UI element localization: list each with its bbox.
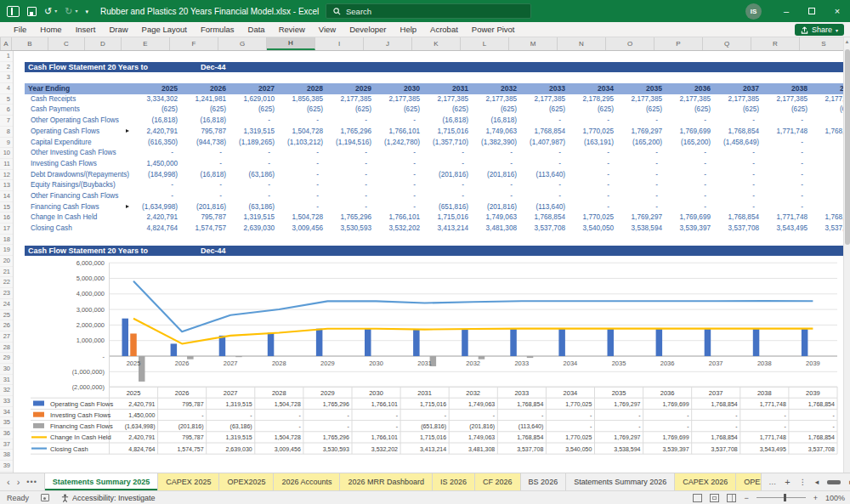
zoom-in-icon[interactable]: + [813,494,818,502]
cash-flow-chart[interactable]: 6,000,0005,000,0004,000,0003,000,0002,00… [26,257,843,473]
cell[interactable]: 3,532,202 [377,224,425,235]
cell[interactable]: - [813,170,843,181]
row-label[interactable]: Cash Receipts [25,94,134,105]
cell[interactable]: - [522,191,570,202]
cell[interactable]: 1,769,699 [667,212,716,224]
row-number-11[interactable]: 11 [0,159,13,170]
cell[interactable]: 1,765,296 [328,127,377,138]
cell[interactable]: - [619,202,667,213]
cell[interactable]: - [280,180,328,191]
cell[interactable]: - [764,202,813,213]
new-sheet-button[interactable]: + [785,477,790,487]
customize-qat-icon[interactable]: ▾ [85,8,88,14]
cell[interactable]: 1,766,101 [377,212,425,224]
undo-icon[interactable]: ↺ [44,7,52,16]
cell[interactable]: 1,450,000 [134,159,183,170]
tab-more-icon[interactable]: ••• [26,478,37,486]
row-number-32[interactable]: 32 [0,385,13,396]
redo-icon[interactable]: ↻ [65,7,72,16]
cell[interactable]: - [764,191,813,202]
cell[interactable]: - [716,148,764,159]
cell[interactable]: 2,177,385 [764,94,813,105]
tab-options-icon[interactable]: ⋮ [799,478,807,486]
cell[interactable]: (201,816) [473,170,522,181]
year-ending-label[interactable]: Year Ending [25,83,134,94]
zoom-out-icon[interactable]: − [744,494,748,502]
cell[interactable]: 3,538,594 [619,224,667,235]
cell[interactable]: (625) [377,105,425,116]
row-label[interactable]: Other Financing Cash Flows [25,191,134,202]
cell[interactable]: (16,818) [183,116,231,127]
column-header-A[interactable]: A [1,37,12,50]
cell[interactable]: 1,765,296 [328,212,377,224]
restore-button[interactable] [799,0,824,22]
cell[interactable]: - [764,116,813,127]
cell[interactable]: - [570,180,619,191]
cell[interactable]: 3,539,397 [667,224,716,235]
cell[interactable]: - [328,180,377,191]
cell[interactable]: - [377,202,425,213]
cell[interactable]: - [280,191,328,202]
cell[interactable]: 1,768,854 [522,127,570,138]
cell[interactable]: 2,177,385 [667,94,716,105]
cell[interactable]: (16,818) [473,116,522,127]
close-button[interactable]: × [824,0,850,22]
zoom-slider-thumb[interactable] [784,494,786,501]
cell[interactable]: (616,350) [134,138,183,149]
sheet-tab-2026-mrr-dashboard[interactable]: 2026 MRR Dashboard [340,473,433,490]
cell[interactable]: 3,540,050 [570,224,619,235]
avatar[interactable]: IS [745,3,762,20]
cell[interactable]: (1,103,212) [280,138,328,149]
cell[interactable]: 2,177,385 [813,94,843,105]
column-header-F[interactable]: F [170,37,218,50]
cell[interactable]: 1,768,854 [813,212,843,224]
cell[interactable]: - [328,202,377,213]
cell[interactable]: - [667,148,716,159]
ribbon-tab-review[interactable]: Review [272,22,312,37]
cell[interactable]: 2036 [667,83,716,94]
cell[interactable]: (16,818) [134,116,183,127]
cell[interactable]: 2031 [425,83,473,94]
cell[interactable]: 2,177,385 [473,94,522,105]
row-number-3[interactable]: 3 [0,72,13,83]
sheet-tab-statements-summary-2026[interactable]: Statements Summary 2026 [566,473,675,490]
cell[interactable]: - [667,202,716,213]
row-number-16[interactable]: 16 [0,212,13,224]
row-number-21[interactable]: 21 [0,267,13,278]
cell[interactable]: - [570,170,619,181]
cell[interactable]: 1,769,297 [619,212,667,224]
cell[interactable]: - [377,159,425,170]
cell[interactable]: - [764,148,813,159]
cell[interactable]: 2,177,385 [619,94,667,105]
cell[interactable]: - [473,180,522,191]
cell[interactable]: - [377,116,425,127]
cell[interactable]: 1,715,016 [425,212,473,224]
row-number-30[interactable]: 30 [0,364,13,375]
row-number-22[interactable]: 22 [0,277,13,288]
ribbon-tab-draw[interactable]: Draw [102,22,134,37]
cell[interactable]: - [183,191,231,202]
cell[interactable]: 3,530,593 [328,224,377,235]
sheet-tab-capex-2026[interactable]: CAPEX 2026 [675,473,736,490]
macro-record-icon[interactable] [41,494,49,501]
cell[interactable]: 2037 [716,83,764,94]
cell[interactable]: (201,816) [183,202,231,213]
share-button[interactable]: Share ▾ [795,24,844,36]
cell[interactable]: (625) [813,105,843,116]
column-header-M[interactable]: M [509,37,558,50]
cell[interactable]: (1,382,390) [473,138,522,149]
cell[interactable]: (16,818) [425,116,473,127]
cell[interactable]: - [570,202,619,213]
row-number-33[interactable]: 33 [0,396,13,407]
column-header-S[interactable]: S [800,37,843,50]
cell[interactable]: - [619,180,667,191]
row-number-38[interactable]: 38 [0,450,13,461]
column-header-O[interactable]: O [606,37,654,50]
cell[interactable]: - [667,159,716,170]
cell[interactable]: - [764,170,813,181]
ribbon-tab-file[interactable]: File [7,22,33,37]
cell[interactable]: 2033 [522,83,570,94]
row-number-29[interactable]: 29 [0,353,13,364]
cell[interactable]: (63,186) [231,202,280,213]
column-header-L[interactable]: L [461,37,509,50]
